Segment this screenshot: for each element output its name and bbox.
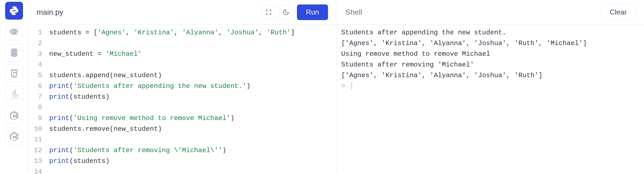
lang-sql-button[interactable] bbox=[5, 44, 23, 62]
shell-line: ['Agnes', 'Kristina', 'Alyanna', 'Joshua… bbox=[341, 70, 640, 81]
language-rail bbox=[0, 0, 28, 174]
shell-line: Students after appending the new student… bbox=[341, 27, 640, 38]
lang-r-button[interactable] bbox=[5, 23, 23, 41]
lang-python-button[interactable] bbox=[5, 2, 23, 20]
shell-output[interactable]: Students after appending the new student… bbox=[337, 24, 644, 174]
code-line[interactable]: print('Students after removing \'Michael… bbox=[49, 145, 336, 156]
code-line[interactable] bbox=[49, 59, 336, 70]
code-line[interactable] bbox=[49, 38, 336, 49]
code-content[interactable]: students = ['Agnes', 'Kristina', 'Alyann… bbox=[46, 24, 336, 174]
shell-line: Using remove method to remove Michael bbox=[341, 49, 640, 59]
code-line[interactable]: students.remove(new_student) bbox=[49, 124, 336, 134]
code-line[interactable]: print('Using remove method to remove Mic… bbox=[49, 113, 336, 124]
line-number: 2 bbox=[28, 38, 46, 49]
lang-c-button[interactable] bbox=[5, 107, 23, 124]
editor-header: main.py Run bbox=[28, 0, 336, 24]
editor-pane: main.py Run 1234567891011121314 students… bbox=[28, 0, 337, 174]
code-line[interactable]: students.append(new_student) bbox=[49, 70, 336, 81]
code-line[interactable]: students = ['Agnes', 'Kristina', 'Alyann… bbox=[49, 27, 336, 38]
lang-cpp-button[interactable] bbox=[5, 128, 23, 145]
code-line[interactable]: print(students) bbox=[49, 156, 336, 167]
shell-line: Students after removing 'Michael' bbox=[341, 59, 640, 70]
run-button[interactable]: Run bbox=[297, 4, 328, 20]
code-line[interactable] bbox=[49, 134, 336, 145]
code-line[interactable] bbox=[49, 102, 336, 113]
shell-prompt[interactable]: > bbox=[341, 81, 640, 91]
code-line[interactable]: print('Students after appending the new … bbox=[49, 81, 336, 91]
line-number: 1 bbox=[28, 27, 46, 38]
shell-header: Shell Clear bbox=[337, 0, 644, 24]
shell-title: Shell bbox=[345, 8, 362, 16]
line-number: 3 bbox=[28, 49, 46, 59]
fullscreen-icon[interactable] bbox=[262, 5, 276, 19]
line-number: 10 bbox=[28, 124, 46, 134]
line-number: 13 bbox=[28, 156, 46, 167]
line-number: 5 bbox=[28, 70, 46, 81]
main-area: main.py Run 1234567891011121314 students… bbox=[28, 0, 644, 174]
filename-label: main.py bbox=[37, 8, 63, 16]
line-number: 7 bbox=[28, 91, 46, 102]
line-number: 9 bbox=[28, 113, 46, 124]
lang-java-button[interactable] bbox=[5, 86, 23, 103]
line-number: 14 bbox=[28, 167, 46, 174]
theme-toggle-icon[interactable] bbox=[279, 5, 293, 19]
line-number: 4 bbox=[28, 59, 46, 70]
shell-pane: Shell Clear Students after appending the… bbox=[337, 0, 644, 174]
cursor bbox=[352, 82, 352, 90]
line-gutter: 1234567891011121314 bbox=[28, 24, 46, 174]
code-line[interactable]: print(students) bbox=[49, 91, 336, 102]
clear-button[interactable]: Clear bbox=[601, 4, 636, 20]
line-number: 8 bbox=[28, 102, 46, 113]
code-line[interactable]: new_student = 'Michael' bbox=[49, 49, 336, 59]
code-line[interactable] bbox=[49, 167, 336, 174]
line-number: 12 bbox=[28, 145, 46, 156]
shell-line: ['Agnes', 'Kristina', 'Alyanna', 'Joshua… bbox=[341, 38, 640, 49]
line-number: 11 bbox=[28, 134, 46, 145]
line-number: 6 bbox=[28, 81, 46, 91]
code-area[interactable]: 1234567891011121314 students = ['Agnes',… bbox=[28, 24, 336, 174]
app-root: main.py Run 1234567891011121314 students… bbox=[0, 0, 644, 174]
lang-html-button[interactable] bbox=[5, 65, 23, 83]
